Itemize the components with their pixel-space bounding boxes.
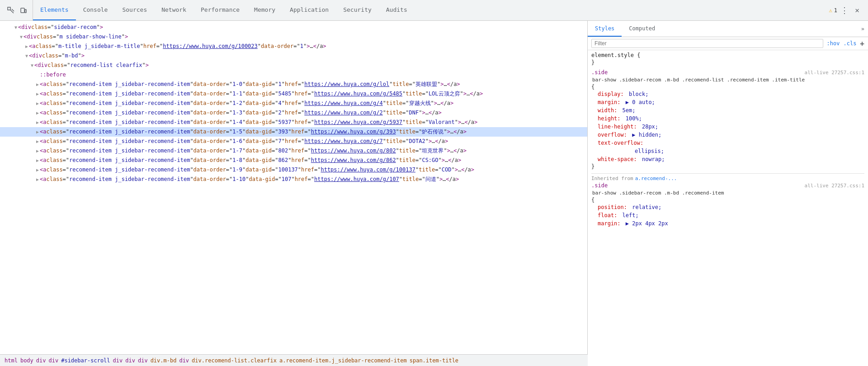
tab-elements[interactable]: Elements [33,0,76,20]
styles-content: element.style { } .side all-live 27257.c… [588,50,868,366]
dom-tag-close: > [458,118,461,126]
dom-line[interactable]: ▶<a class="m-title j_sidebar-m-title" hr… [0,42,587,51]
dom-line[interactable]: ▶<a class="recomend-item j_sidebar-recom… [0,175,587,184]
breadcrumb-item[interactable]: div [48,357,60,364]
add-style-rule-button[interactable]: + [860,39,864,48]
dom-tag: <a [40,118,46,126]
dom-arrow[interactable]: ▼ [31,62,33,70]
dom-tag-close: > [429,137,432,145]
dom-arrow[interactable]: ▶ [36,109,39,117]
dom-tag-close: > [422,109,425,117]
dom-arrow[interactable]: ▶ [36,176,39,184]
dom-line[interactable]: ▼<div class="sidebar-recom"> [0,23,587,32]
dom-arrow[interactable]: ▼ [20,33,23,41]
main-layout: ▼<div class="sidebar-recom">▼<div class=… [0,21,868,366]
device-toolbar-icon[interactable] [18,5,29,16]
style-block-3: position: relative; float: left; margin:… [591,203,864,228]
dom-tag: <a [40,128,46,136]
style-prop: margin: ▶ 2px 4px 2px [598,219,864,228]
dom-arrow[interactable]: ▶ [36,147,39,155]
tab-application[interactable]: Application [283,0,336,20]
tab-console[interactable]: Console [76,0,115,20]
close-devtools-icon[interactable]: ✕ [852,5,863,16]
dom-tag: < [429,109,432,117]
dom-line[interactable]: ▶<a class="recomend-item j_sidebar-recom… [0,80,587,89]
dom-line[interactable]: ▼<div class="m-bd"> [0,51,587,61]
dom-tag: < [464,118,467,126]
tab-bar-right: ⚠ 1 ⋮ ✕ [829,5,866,16]
breadcrumb-item[interactable]: div [137,357,149,364]
dom-arrow[interactable]: ▶ [25,43,28,51]
dom-line[interactable]: ▶<a class="recomend-item j_sidebar-recom… [0,89,587,99]
breadcrumb-item[interactable]: #sidebar-scroll [60,357,111,364]
breadcrumb-item[interactable]: div [35,357,47,364]
inspect-icon[interactable] [5,5,16,16]
breadcrumb-item[interactable]: div [178,357,190,364]
dom-line[interactable]: ▼<div class="m sidebar-show-line"> [0,32,587,42]
svg-rect-4 [25,10,26,13]
tab-computed[interactable]: Computed [622,21,662,37]
breadcrumb-item[interactable]: body [19,357,34,364]
filter-cls-button[interactable]: .cls [843,40,856,47]
breadcrumb-item[interactable]: html [4,357,19,364]
dom-panel[interactable]: ▼<div class="sidebar-recom">▼<div class=… [0,21,588,354]
dom-tag: < [447,80,450,88]
filter-bar: :hov .cls + [588,37,868,50]
dom-arrow[interactable]: ▶ [36,157,39,165]
more-options-icon[interactable]: ⋮ [839,5,850,16]
tab-performance[interactable]: Performance [193,0,247,20]
dom-line[interactable]: ▶<a class="recomend-item j_sidebar-recom… [0,108,587,118]
style-prop: ellipsis; [598,147,864,155]
dom-line[interactable]: ▶<a class="recomend-item j_sidebar-recom… [0,118,587,127]
dom-line[interactable]: ▼<div class="recomend-list clearfix"> [0,61,587,70]
breadcrumb-item[interactable]: a.recomend-item.j_sidebar-recomend-item [278,357,408,364]
dom-line[interactable]: ▶<a class="recomend-item j_sidebar-recom… [0,165,587,175]
dom-tag-close: > [440,80,443,88]
dom-arrow[interactable]: ▶ [36,90,39,98]
dom-arrow[interactable]: ▼ [25,52,28,60]
filter-hov-button[interactable]: :hov [827,40,840,47]
dom-line[interactable]: ▶<a class="recomend-item j_sidebar-recom… [0,146,587,156]
dom-tag: < [453,128,457,136]
svg-line-1 [12,9,14,11]
dom-line[interactable]: ▶<a class="recomend-item j_sidebar-recom… [0,127,587,137]
breadcrumb-item[interactable]: div.recomend-list.clearfix [191,357,278,364]
dom-tag: < [446,175,449,183]
dom-tag-close: > [323,42,326,50]
dom-line[interactable]: ▶<a class="recomend-item j_sidebar-recom… [0,137,587,146]
dom-tag-close: > [458,156,461,164]
dom-line[interactable]: ▶::before [0,70,587,80]
dom-arrow[interactable]: ▶ [36,166,39,174]
dom-arrow[interactable]: ▶ [36,138,39,146]
dom-arrow[interactable]: ▶ [36,119,39,127]
dom-tag-close: > [100,23,103,31]
dom-tag: <a [40,175,46,183]
style-prop: text-overflow: [598,139,864,147]
tab-security[interactable]: Security [336,0,379,20]
dom-tag-close: > [439,175,443,183]
breadcrumb-item[interactable]: div [124,357,136,364]
tab-memory[interactable]: Memory [247,0,283,20]
tab-network[interactable]: Network [154,0,193,20]
tab-bar: Elements Console Sources Network Perform… [0,0,868,21]
style-selector-3: .side all-live 27257.css:1 [591,182,864,189]
breadcrumb-item[interactable]: div.m-bd [150,357,178,364]
dom-tag: < [440,99,443,107]
tab-audits[interactable]: Audits [379,0,415,20]
style-prop: line-height: 28px; [598,123,864,131]
style-rule-element: element.style { } [591,52,864,66]
styles-filter-input[interactable] [591,39,823,48]
breadcrumb-item[interactable]: span.item-title [409,357,459,364]
dom-arrow[interactable]: ▶ [36,81,39,89]
dom-arrow[interactable]: ▶ [36,100,39,108]
dom-arrow[interactable]: ▼ [14,24,17,32]
breadcrumb-item[interactable]: div [112,357,124,364]
styles-overflow-icon[interactable]: » [858,21,868,37]
dom-line[interactable]: ▶<a class="recomend-item j_sidebar-recom… [0,156,587,165]
dom-tag: <a [40,99,46,107]
tab-styles[interactable]: Styles [588,21,622,37]
dom-tag: <a [40,147,46,155]
dom-line[interactable]: ▶<a class="recomend-item j_sidebar-recom… [0,99,587,108]
dom-arrow[interactable]: ▶ [36,128,39,136]
tab-sources[interactable]: Sources [115,0,154,20]
